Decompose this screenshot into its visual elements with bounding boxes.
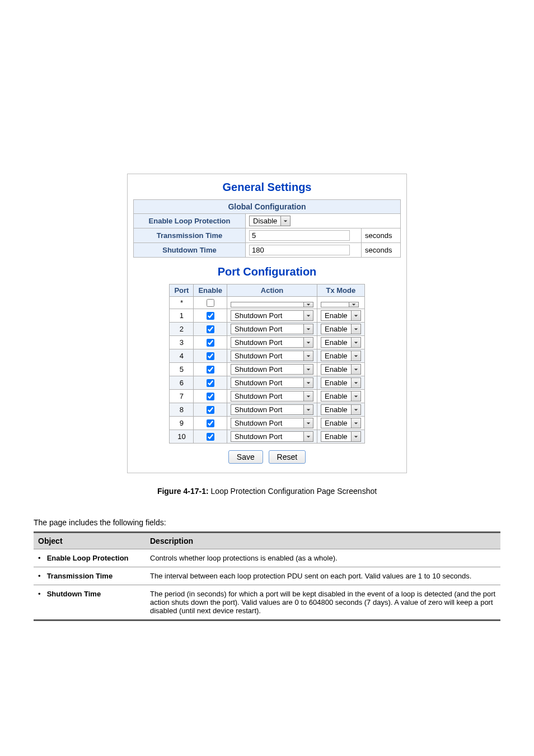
port-enable-checkbox[interactable] [207, 352, 214, 360]
port-enable-checkbox[interactable] [207, 339, 214, 347]
port-action-select[interactable] [231, 302, 313, 307]
port-enable-cell [194, 403, 227, 417]
port-action-value: Shutdown Port [231, 404, 303, 415]
chevron-down-icon [303, 302, 313, 307]
table-row: * [170, 297, 364, 309]
desc-row: • Enable Loop ProtectionControls whether… [34, 549, 500, 567]
port-action-select[interactable]: Shutdown Port [231, 377, 313, 388]
col-txmode: Tx Mode [317, 284, 364, 297]
enable-loop-value: Disable [249, 216, 280, 226]
figure-caption: Figure 4-17-1: Loop Protection Configura… [34, 487, 500, 496]
port-txmode-select[interactable]: Enable [321, 418, 360, 428]
port-enable-checkbox[interactable] [207, 366, 214, 374]
port-enable-cell [194, 363, 227, 376]
port-txmode-value: Enable [321, 404, 350, 415]
port-number: 2 [170, 323, 194, 336]
port-txmode-select[interactable]: Enable [321, 324, 360, 334]
shutdown-time-label: Shutdown Time [134, 243, 246, 258]
chevron-down-icon [351, 391, 361, 402]
button-row: Save Reset [133, 450, 401, 464]
port-enable-cell [194, 323, 227, 336]
general-settings-title: General Settings [133, 181, 401, 194]
settings-panel: General Settings Global Configuration En… [127, 174, 407, 473]
table-row: 10Shutdown PortEnable [170, 430, 364, 444]
chevron-down-icon [303, 364, 313, 375]
chevron-down-icon [303, 324, 313, 334]
port-action-select[interactable]: Shutdown Port [231, 310, 313, 321]
col-port: Port [170, 284, 194, 297]
port-txmode-select[interactable]: Enable [321, 404, 360, 415]
enable-loop-select[interactable]: Disable [249, 216, 291, 226]
port-number: 1 [170, 309, 194, 323]
chevron-down-icon [351, 404, 361, 415]
save-button[interactable]: Save [228, 450, 263, 464]
desc-row: • Shutdown TimeThe period (in seconds) f… [34, 585, 500, 620]
port-action-value [231, 302, 303, 307]
port-number: * [170, 297, 194, 309]
port-enable-checkbox[interactable] [207, 379, 214, 387]
tx-time-unit: seconds [362, 228, 401, 243]
port-action-select[interactable]: Shutdown Port [231, 404, 313, 415]
figure-text: Loop Protection Configuration Page Scree… [209, 487, 377, 496]
port-txmode-select[interactable]: Enable [321, 431, 360, 442]
chevron-down-icon [303, 404, 313, 415]
port-txmode-value: Enable [321, 310, 350, 321]
port-enable-cell [194, 349, 227, 363]
port-action-select[interactable]: Shutdown Port [231, 324, 313, 334]
port-txmode-select[interactable]: Enable [321, 337, 360, 348]
port-number: 5 [170, 363, 194, 376]
port-action-value: Shutdown Port [231, 351, 303, 361]
port-action-select[interactable]: Shutdown Port [231, 431, 313, 442]
chevron-down-icon [349, 302, 359, 307]
tx-time-input[interactable] [249, 230, 350, 241]
tx-time-label: Transmission Time [134, 228, 246, 243]
port-txmode-select[interactable]: Enable [321, 351, 360, 361]
port-number: 4 [170, 349, 194, 363]
port-action-select[interactable]: Shutdown Port [231, 351, 313, 361]
desc-text: The period (in seconds) for which a port… [146, 585, 500, 620]
chevron-down-icon [351, 324, 361, 334]
table-row: 9Shutdown PortEnable [170, 417, 364, 430]
port-txmode-select[interactable]: Enable [321, 364, 360, 375]
port-enable-checkbox[interactable] [207, 406, 214, 414]
port-txmode-select[interactable]: Enable [321, 310, 360, 321]
chevron-down-icon [351, 337, 361, 348]
port-number: 9 [170, 417, 194, 430]
port-enable-checkbox[interactable] [207, 419, 214, 427]
chevron-down-icon [303, 391, 313, 402]
port-action-select[interactable]: Shutdown Port [231, 391, 313, 402]
port-enable-checkbox[interactable] [207, 393, 214, 400]
port-enable-checkbox[interactable] [207, 433, 214, 441]
chevron-down-icon [351, 418, 361, 428]
chevron-down-icon [303, 377, 313, 388]
port-txmode-select[interactable]: Enable [321, 377, 360, 388]
port-enable-cell [194, 430, 227, 444]
port-enable-cell [194, 417, 227, 430]
desc-row: • Transmission TimeThe interval between … [34, 567, 500, 585]
port-number: 10 [170, 430, 194, 444]
enable-loop-label: Enable Loop Protection [134, 214, 246, 228]
table-row: 8Shutdown PortEnable [170, 403, 364, 417]
chevron-down-icon [303, 431, 313, 442]
port-number: 8 [170, 403, 194, 417]
port-action-select[interactable]: Shutdown Port [231, 364, 313, 375]
table-row: 4Shutdown PortEnable [170, 349, 364, 363]
port-number: 6 [170, 376, 194, 390]
desc-text: The interval between each loop protectio… [146, 567, 500, 585]
port-enable-cell [194, 336, 227, 349]
port-enable-checkbox[interactable] [207, 325, 214, 333]
port-action-select[interactable]: Shutdown Port [231, 418, 313, 428]
chevron-down-icon [351, 377, 361, 388]
port-action-select[interactable]: Shutdown Port [231, 337, 313, 348]
reset-button[interactable]: Reset [269, 450, 306, 464]
desc-col-description: Description [146, 533, 500, 549]
port-enable-checkbox[interactable] [207, 299, 214, 307]
port-enable-checkbox[interactable] [207, 312, 214, 320]
port-txmode-select[interactable] [321, 302, 359, 307]
port-txmode-select[interactable]: Enable [321, 391, 360, 402]
shutdown-time-input[interactable] [249, 245, 350, 255]
desc-col-object: Object [34, 533, 146, 549]
port-config-table: Port Enable Action Tx Mode *1Shutdown Po… [169, 284, 364, 444]
chevron-down-icon [351, 431, 361, 442]
description-table: Object Description • Enable Loop Protect… [34, 531, 500, 621]
